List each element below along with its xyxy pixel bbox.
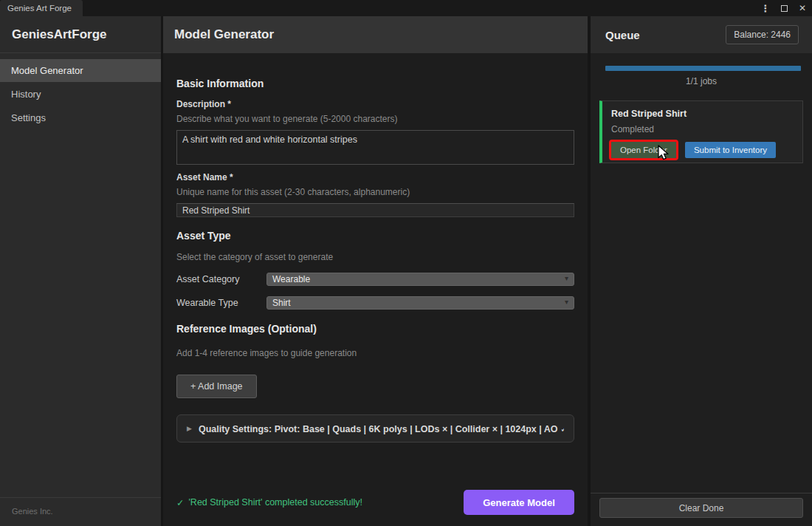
reference-images-hint: Add 1-4 reference images to guide genera… xyxy=(176,348,574,358)
wearable-type-row: Wearable Type Shirt ▾ xyxy=(176,296,574,310)
sidebar-nav: Model Generator History Settings xyxy=(0,53,161,129)
asset-category-value: Wearable xyxy=(272,274,310,284)
section-basic-information: Basic Information xyxy=(176,78,574,89)
sidebar-item-settings[interactable]: Settings xyxy=(0,106,161,129)
app-title: GeniesArtForge xyxy=(0,16,161,52)
page-title: Model Generator xyxy=(163,16,588,53)
close-icon[interactable]: ✕ xyxy=(797,2,808,14)
mouse-cursor-icon xyxy=(656,145,670,161)
form-footer: ✓ 'Red Striped Shirt' completed successf… xyxy=(176,490,574,515)
queue-progress-fill xyxy=(605,66,801,71)
queue-title: Queue xyxy=(605,29,640,41)
job-card: Red Striped Shirt Completed Open Folder … xyxy=(599,100,803,163)
description-hint: Describe what you want to generate (5-20… xyxy=(176,114,574,124)
jobs-count-label: 1/1 jobs xyxy=(591,76,812,86)
asset-type-hint: Select the category of asset to generate xyxy=(176,252,574,262)
queue-progress-bar xyxy=(605,66,801,71)
generate-model-button[interactable]: Generate Model xyxy=(464,490,574,515)
description-label: Description * xyxy=(176,99,574,109)
job-actions: Open Folder Submit to Inventory xyxy=(611,142,794,158)
asset-name-input[interactable] xyxy=(176,203,574,217)
window-controls: ⋮ ✕ xyxy=(760,0,808,16)
tab-bar: Genies Art Forge ⋮ ✕ xyxy=(0,0,812,16)
sidebar-item-history[interactable]: History xyxy=(0,83,161,106)
sidebar-footer: Genies Inc. xyxy=(0,497,161,526)
quality-settings-summary: Quality Settings: Pivot: Base | Quads | … xyxy=(199,423,564,434)
asset-name-hint: Unique name for this asset (2-30 charact… xyxy=(176,187,574,197)
tab-title: Genies Art Forge xyxy=(7,4,72,13)
balance-button[interactable]: Balance: 2446 xyxy=(726,25,799,44)
chevron-down-icon: ▾ xyxy=(565,298,568,306)
queue-header: Queue Balance: 2446 xyxy=(591,16,812,53)
queue-panel: Queue Balance: 2446 1/1 jobs Red Striped… xyxy=(591,16,812,526)
queue-footer-divider xyxy=(591,493,812,493)
asset-category-label: Asset Category xyxy=(176,274,266,284)
job-title: Red Striped Shirt xyxy=(611,109,794,119)
quality-settings-foldout[interactable]: ▶ Quality Settings: Pivot: Base | Quads … xyxy=(176,414,574,443)
wearable-type-value: Shirt xyxy=(272,298,291,308)
maximize-glyph xyxy=(781,5,788,12)
asset-category-select[interactable]: Wearable ▾ xyxy=(266,273,574,286)
section-reference-images: Reference Images (Optional) xyxy=(176,323,574,335)
maximize-icon[interactable] xyxy=(779,2,789,14)
sidebar-item-model-generator[interactable]: Model Generator xyxy=(0,59,161,82)
description-input[interactable]: A shirt with red and white horizontal st… xyxy=(176,130,574,165)
sidebar: GeniesArtForge Model Generator History S… xyxy=(0,16,161,526)
status-message: ✓ 'Red Striped Shirt' completed successf… xyxy=(176,497,362,508)
tab-genies-art-forge[interactable]: Genies Art Forge xyxy=(0,0,83,16)
job-status-badge: Completed xyxy=(611,124,794,134)
asset-name-label: Asset Name * xyxy=(176,172,574,182)
add-image-button[interactable]: + Add Image xyxy=(176,375,257,398)
main-panel: Model Generator Basic Information Descri… xyxy=(163,16,588,526)
status-text: 'Red Striped Shirt' completed successful… xyxy=(188,497,362,508)
wearable-type-select[interactable]: Shirt ▾ xyxy=(266,296,574,310)
clear-done-button[interactable]: Clear Done xyxy=(599,498,803,518)
asset-category-row: Asset Category Wearable ▾ xyxy=(176,273,574,286)
chevron-down-icon: ▾ xyxy=(565,274,568,282)
app-window: Genies Art Forge ⋮ ✕ GeniesArtForge Mode… xyxy=(0,0,812,526)
section-asset-type: Asset Type xyxy=(176,230,574,242)
check-icon: ✓ xyxy=(176,497,184,508)
model-generator-form: Basic Information Description * Describe… xyxy=(163,53,588,526)
wearable-type-label: Wearable Type xyxy=(176,298,266,308)
company-label: Genies Inc. xyxy=(12,507,53,516)
submit-to-inventory-button[interactable]: Submit to Inventory xyxy=(685,142,776,158)
foldout-arrow-icon: ▶ xyxy=(187,425,192,432)
kebab-menu-icon[interactable]: ⋮ xyxy=(760,2,771,14)
